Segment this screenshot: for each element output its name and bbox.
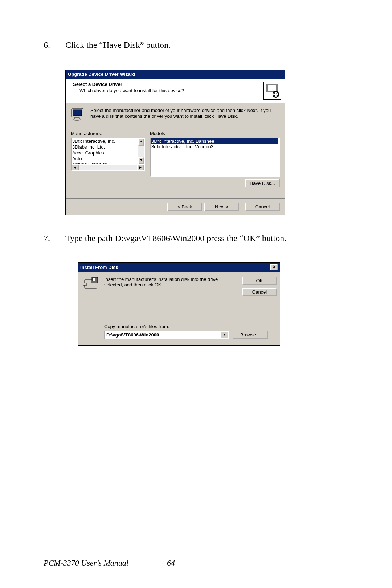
list-item[interactable]: 3dfx Interactive, Inc. Voodoo3 <box>151 144 278 149</box>
scroll-right-icon[interactable]: ► <box>137 165 144 170</box>
wizard-header: Select a Device Driver Which driver do y… <box>66 79 285 103</box>
scroll-left-icon[interactable]: ◄ <box>72 165 79 170</box>
path-input[interactable]: D:\vga\VT8606\Win2000 <box>105 331 220 338</box>
wizard-titlebar: Upgrade Device Driver Wizard <box>66 70 285 79</box>
step-text: Click the “Have Disk” button. <box>65 39 348 51</box>
device-driver-icon <box>263 82 281 100</box>
separator <box>66 198 285 199</box>
list-item[interactable]: 3Dfx Interactive, Inc. <box>72 138 137 144</box>
manual-title: PCM-3370 User’s Manual <box>44 558 167 568</box>
manufacturers-listbox[interactable]: 3Dfx Interactive, Inc. 3Dlabs Inc. Ltd. … <box>71 138 145 171</box>
wizard-header-subtitle: Which driver do you want to install for … <box>73 88 263 93</box>
svg-point-5 <box>73 119 81 120</box>
wizard-title: Upgrade Device Driver Wizard <box>68 71 135 77</box>
scroll-up-icon[interactable]: ▲ <box>138 138 144 146</box>
step-text: Type the path D:\vga\VT8606\Win2000 pres… <box>65 232 348 245</box>
floppy-disk-icon <box>83 277 99 290</box>
list-item[interactable]: Appian Graphics <box>72 162 137 164</box>
cancel-button[interactable]: Cancel <box>245 203 280 211</box>
monitor-icon <box>71 108 85 121</box>
step-number: 6. <box>44 39 52 51</box>
cancel-button[interactable]: Cancel <box>242 288 277 296</box>
manufacturers-label: Manufacturers: <box>71 131 146 136</box>
close-button[interactable]: ✕ <box>270 264 278 270</box>
list-item[interactable]: Actix <box>72 156 137 162</box>
instruction-step-6: 6. Click the “Have Disk” button. <box>44 39 348 51</box>
chevron-down-icon[interactable]: ▼ <box>220 331 228 338</box>
close-icon: ✕ <box>273 265 276 269</box>
wizard-info-row: Select the manufacturer and model of you… <box>71 108 280 121</box>
scroll-down-icon[interactable]: ▼ <box>138 157 144 164</box>
horizontal-scrollbar[interactable]: ◄ ► <box>72 164 144 170</box>
install-from-disk-window: Install From Disk ✕ Insert the manufactu… <box>78 262 280 346</box>
ifd-titlebar: Install From Disk ✕ <box>78 263 280 272</box>
ifd-title: Install From Disk <box>80 265 118 270</box>
path-combobox[interactable]: D:\vga\VT8606\Win2000 ▼ <box>104 331 229 339</box>
list-item[interactable]: 3Dlabs Inc. Ltd. <box>72 144 137 150</box>
models-label: Models: <box>150 131 280 136</box>
ifd-prompt: Insert the manufacturer's installation d… <box>104 277 237 287</box>
svg-rect-0 <box>266 84 277 92</box>
wizard-info-text: Select the manufacturer and model of you… <box>90 108 280 121</box>
instruction-step-7: 7. Type the path D:\vga\VT8606\Win2000 p… <box>44 232 348 245</box>
upgrade-driver-wizard-window: Upgrade Device Driver Wizard Select a De… <box>65 70 285 215</box>
browse-button[interactable]: Browse... <box>233 331 268 339</box>
step-number: 7. <box>44 232 52 245</box>
list-item[interactable]: Accel Graphics <box>72 150 137 156</box>
page-number: 64 <box>167 558 175 568</box>
have-disk-button[interactable]: Have Disk... <box>245 179 280 187</box>
copy-files-label: Copy manufacturer's files from: <box>104 324 275 329</box>
ok-button[interactable]: OK <box>242 277 277 285</box>
svg-rect-3 <box>73 110 82 116</box>
svg-rect-7 <box>83 283 87 285</box>
wizard-header-title: Select a Device Driver <box>73 82 263 87</box>
models-listbox[interactable]: 3Dfx Interactive, Inc. Banshee 3dfx Inte… <box>150 138 280 177</box>
page-footer: PCM-3370 User’s Manual 64 <box>44 558 348 568</box>
back-button[interactable]: < Back <box>167 203 202 211</box>
next-button[interactable]: Next > <box>204 203 239 211</box>
svg-rect-10 <box>95 278 97 281</box>
list-item-selected[interactable]: 3Dfx Interactive, Inc. Banshee <box>151 138 278 144</box>
vertical-scrollbar[interactable]: ▲ ▼ <box>138 138 144 164</box>
